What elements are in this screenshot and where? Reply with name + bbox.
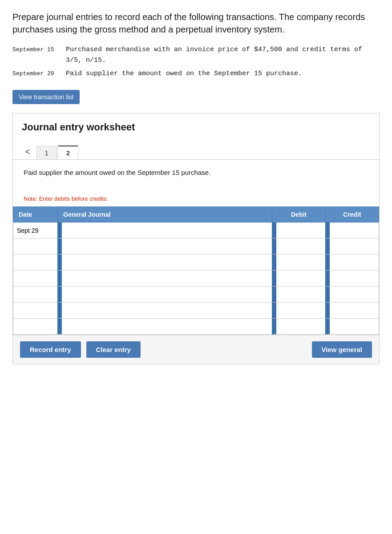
clear-entry-button[interactable]: Clear entry bbox=[86, 341, 141, 358]
journal-input-2[interactable] bbox=[58, 255, 272, 270]
table-cell-debit-5 bbox=[272, 303, 326, 319]
debit-input-0[interactable] bbox=[273, 222, 325, 238]
column-indicator-journal-2 bbox=[58, 255, 62, 270]
journal-input-4[interactable] bbox=[58, 287, 272, 302]
table-cell-debit-4 bbox=[272, 287, 326, 303]
table-cell-debit-1 bbox=[272, 239, 326, 255]
credit-input-2[interactable] bbox=[326, 255, 379, 270]
column-indicator-journal-0 bbox=[58, 222, 62, 238]
view-transaction-list-button[interactable]: View transaction list bbox=[12, 90, 80, 104]
column-indicator-credit-0 bbox=[326, 222, 330, 238]
col-header-debit: Debit bbox=[272, 207, 326, 222]
debit-input-6[interactable] bbox=[273, 319, 325, 334]
column-indicator-debit-4 bbox=[273, 287, 276, 302]
table-cell-credit-4 bbox=[326, 287, 379, 303]
debit-input-1[interactable] bbox=[273, 239, 325, 254]
table-cell-journal-1 bbox=[58, 239, 272, 255]
date-input-1[interactable] bbox=[13, 239, 57, 254]
view-general-button[interactable]: View general bbox=[312, 341, 372, 358]
credit-input-0[interactable] bbox=[326, 222, 379, 238]
table-cell-journal-3 bbox=[58, 271, 272, 287]
credit-input-5[interactable] bbox=[326, 303, 379, 318]
column-indicator-debit-5 bbox=[273, 303, 276, 318]
col-header-credit: Credit bbox=[326, 207, 379, 222]
journal-table: Date General Journal Debit Credit bbox=[13, 206, 379, 335]
credit-input-4[interactable] bbox=[326, 287, 379, 302]
column-indicator-journal-4 bbox=[58, 287, 62, 302]
column-indicator-debit-0 bbox=[273, 222, 276, 238]
tabs-row: < 1 2 bbox=[13, 145, 379, 160]
date-input-5[interactable] bbox=[13, 303, 57, 318]
table-row bbox=[13, 239, 379, 255]
table-cell-date-4 bbox=[13, 287, 58, 303]
column-indicator-credit-3 bbox=[326, 271, 330, 286]
record-entry-button[interactable]: Record entry bbox=[20, 341, 81, 358]
table-row bbox=[13, 255, 379, 271]
table-row bbox=[13, 303, 379, 319]
column-indicator-credit-5 bbox=[326, 303, 330, 318]
journal-input-0[interactable] bbox=[58, 222, 272, 238]
transaction-date-2: September 29 bbox=[12, 69, 66, 79]
table-cell-debit-3 bbox=[272, 271, 326, 287]
transaction-desc-2: Paid supplier the amount owed on the Sep… bbox=[66, 69, 380, 79]
worksheet-title: Journal entry worksheet bbox=[22, 121, 370, 133]
col-header-journal: General Journal bbox=[58, 207, 272, 222]
buttons-row: Record entry Clear entry View general bbox=[13, 335, 379, 364]
table-row bbox=[13, 271, 379, 287]
debit-input-2[interactable] bbox=[273, 255, 325, 270]
transactions-list: September 15 Purchased merchandise with … bbox=[12, 44, 380, 79]
table-row bbox=[13, 222, 379, 239]
date-input-4[interactable] bbox=[13, 287, 57, 302]
intro-paragraph: Prepare journal entries to record each o… bbox=[12, 11, 380, 36]
table-cell-credit-3 bbox=[326, 271, 379, 287]
worksheet-note: Note: Enter debits before credits. bbox=[13, 195, 379, 206]
journal-input-3[interactable] bbox=[58, 271, 272, 286]
journal-input-1[interactable] bbox=[58, 239, 272, 254]
table-cell-date-1 bbox=[13, 239, 58, 255]
column-indicator-credit-4 bbox=[326, 287, 330, 302]
table-cell-date-6 bbox=[13, 319, 58, 335]
debit-input-5[interactable] bbox=[273, 303, 325, 318]
worksheet-description: Paid supplier the amount owed on the Sep… bbox=[13, 160, 379, 195]
worksheet-header: Journal entry worksheet bbox=[13, 113, 379, 145]
table-cell-credit-6 bbox=[326, 319, 379, 335]
table-cell-journal-0 bbox=[58, 222, 272, 239]
tab-1[interactable]: 1 bbox=[36, 146, 57, 159]
column-indicator-journal-5 bbox=[58, 303, 62, 318]
journal-input-5[interactable] bbox=[58, 303, 272, 318]
date-input-6[interactable] bbox=[13, 319, 57, 334]
column-indicator-debit-1 bbox=[273, 239, 276, 254]
date-input-0[interactable] bbox=[13, 222, 57, 238]
table-cell-date-2 bbox=[13, 255, 58, 271]
table-cell-debit-6 bbox=[272, 319, 326, 335]
column-indicator-credit-6 bbox=[326, 319, 330, 334]
column-indicator-credit-1 bbox=[326, 239, 330, 254]
tab-2[interactable]: 2 bbox=[58, 146, 78, 159]
tab-back-button[interactable]: < bbox=[22, 145, 34, 159]
table-cell-date-3 bbox=[13, 271, 58, 287]
column-indicator-journal-6 bbox=[58, 319, 62, 334]
table-cell-credit-5 bbox=[326, 303, 379, 319]
transaction-date-1: September 15 bbox=[12, 44, 66, 55]
table-cell-debit-2 bbox=[272, 255, 326, 271]
worksheet-container: Journal entry worksheet < 1 2 Paid suppl… bbox=[12, 113, 380, 364]
table-cell-credit-0 bbox=[326, 222, 379, 239]
transaction-desc-1: Purchased merchandise with an invoice pr… bbox=[66, 44, 380, 66]
table-cell-journal-4 bbox=[58, 287, 272, 303]
column-indicator-debit-2 bbox=[273, 255, 276, 270]
debit-input-4[interactable] bbox=[273, 287, 325, 302]
table-cell-journal-6 bbox=[58, 319, 272, 335]
credit-input-6[interactable] bbox=[326, 319, 379, 334]
journal-input-6[interactable] bbox=[58, 319, 272, 334]
credit-input-1[interactable] bbox=[326, 239, 379, 254]
transaction-row-1: September 15 Purchased merchandise with … bbox=[12, 44, 380, 66]
credit-input-3[interactable] bbox=[326, 271, 379, 286]
column-indicator-credit-2 bbox=[326, 255, 330, 270]
table-cell-credit-2 bbox=[326, 255, 379, 271]
table-row bbox=[13, 319, 379, 335]
transaction-row-2: September 29 Paid supplier the amount ow… bbox=[12, 69, 380, 79]
table-row bbox=[13, 287, 379, 303]
date-input-2[interactable] bbox=[13, 255, 57, 270]
date-input-3[interactable] bbox=[13, 271, 57, 286]
debit-input-3[interactable] bbox=[273, 271, 325, 286]
